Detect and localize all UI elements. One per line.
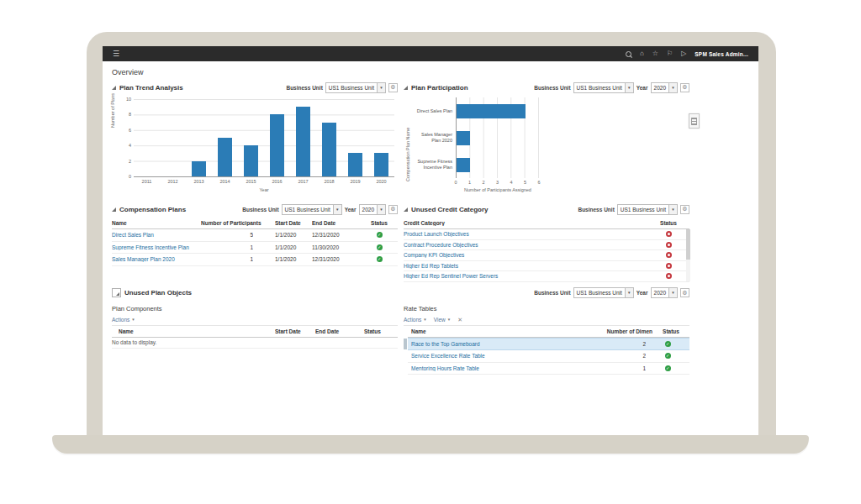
business-unit-label: Business Unit	[286, 85, 322, 91]
y-axis-label: Compensation Plan Name	[405, 128, 410, 181]
credit-category-link[interactable]: Product Launch Objectives	[404, 231, 647, 237]
notifications-icon[interactable]: ▷	[681, 50, 686, 57]
x-tick: 4	[510, 180, 512, 185]
table-row[interactable]: Supreme Fitness Incentive Plan11/1/20201…	[112, 242, 398, 255]
collapse-icon[interactable]	[404, 86, 408, 90]
bar-slot	[368, 99, 394, 176]
business-unit-select[interactable]: US1 Business Unit ▼	[282, 204, 342, 215]
gear-icon[interactable]: ⚙	[388, 83, 398, 92]
bar-2019	[348, 153, 363, 176]
actions-menu[interactable]: Actions▼	[112, 317, 135, 323]
x-tick: 2017	[290, 179, 316, 184]
business-unit-select[interactable]: US1 Business Unit ▼	[617, 204, 678, 215]
credit-category-link[interactable]: Contract Procedure Objectives	[404, 242, 647, 248]
gear-icon[interactable]: ⚙	[388, 205, 398, 214]
collapse-icon[interactable]	[404, 207, 408, 212]
table-row[interactable]: Higher Ed Rep Sentinel Power Servers	[404, 271, 689, 282]
scrollbar[interactable]	[686, 229, 690, 281]
plan-name-link[interactable]: Supreme Fitness Incentive Plan	[112, 244, 201, 250]
y-tick: 4	[129, 143, 131, 148]
business-unit-label: Business Unit	[534, 290, 570, 296]
chevron-down-icon[interactable]: ▼	[668, 288, 677, 297]
chevron-down-icon[interactable]: ▼	[333, 205, 341, 214]
x-axis-ticks: 0123456	[456, 180, 539, 186]
status-active-icon: ✓	[665, 341, 671, 347]
gear-icon[interactable]: ⚙	[680, 288, 689, 297]
table-row[interactable]: Company KPI Objectives	[404, 250, 689, 261]
bar-Supreme Fitness Incentive Plan	[457, 158, 470, 172]
section-title-compensation-plans: Compensation Plans	[119, 206, 186, 213]
table-row[interactable]: Higher Ed Rep Tablets	[404, 261, 689, 272]
bar-slot	[212, 99, 238, 176]
star-icon[interactable]: ☆	[652, 50, 658, 57]
rate-table-link[interactable]: Service Excellence Rate Table	[411, 353, 587, 359]
credit-category-link[interactable]: Company KPI Objectives	[404, 252, 647, 258]
x-tick: 2020	[368, 179, 394, 184]
collapse-icon[interactable]	[112, 207, 116, 212]
table-row[interactable]: Service Excellence Rate Table2✓	[408, 350, 689, 363]
table-header: Name Number of Participants Start Date E…	[112, 218, 398, 229]
panel-expand-handle[interactable]	[689, 113, 700, 129]
collapse-icon[interactable]	[112, 86, 116, 90]
business-unit-select[interactable]: US1 Business Unit ▼	[573, 82, 634, 93]
flag-icon[interactable]: ⚐	[667, 50, 673, 57]
chevron-down-icon[interactable]: ▼	[377, 83, 385, 92]
home-icon[interactable]: ⌂	[640, 50, 644, 57]
business-unit-select[interactable]: US1 Business Unit ▼	[325, 82, 386, 93]
x-tick: 5	[524, 180, 526, 185]
table-row[interactable]: Race to the Top Gameboard2✓	[408, 338, 689, 351]
chevron-down-icon[interactable]: ▼	[625, 83, 633, 92]
rate-table-link[interactable]: Race to the Top Gameboard	[411, 341, 587, 347]
x-tick: 2	[482, 180, 484, 185]
gear-icon[interactable]: ⚙	[680, 83, 689, 92]
user-menu[interactable]: SPM Sales Admin...	[695, 51, 748, 57]
credit-category-link[interactable]: Higher Ed Rep Sentinel Power Servers	[404, 273, 647, 279]
col-status: Status	[647, 220, 689, 226]
table-header: Name Start Date End Date Status	[112, 326, 398, 338]
section-title-plan-participation: Plan Participation	[411, 84, 468, 92]
chevron-down-icon[interactable]: ▼	[668, 205, 677, 214]
category-label: Sales Manager Plan 2020	[412, 132, 456, 143]
year-label: Year	[637, 85, 648, 91]
plan-name-link[interactable]: Sales Manager Plan 2020	[112, 256, 201, 262]
table-row[interactable]: Sales Manager Plan 202011/1/202012/31/20…	[112, 254, 398, 266]
table-row[interactable]: Contract Procedure Objectives	[404, 240, 689, 251]
status-error-icon	[666, 231, 672, 237]
view-menu[interactable]: View▼	[434, 317, 451, 323]
status-active-icon: ✓	[665, 365, 671, 371]
compensation-plans-table: Name Number of Participants Start Date E…	[112, 218, 398, 266]
collapse-icon[interactable]	[112, 288, 121, 297]
chevron-down-icon[interactable]: ▼	[625, 288, 633, 297]
plot-area	[456, 124, 539, 151]
detach-icon[interactable]: ✕	[457, 317, 462, 323]
table-row[interactable]: Mentoring Hours Rate Table1✓	[408, 363, 689, 375]
actions-menu[interactable]: Actions▼	[404, 317, 427, 323]
rate-table-link[interactable]: Mentoring Hours Rate Table	[411, 365, 587, 371]
year-select[interactable]: 2020 ▼	[651, 287, 678, 298]
x-tick: 2014	[212, 179, 238, 184]
plan-name-link[interactable]: Direct Sales Plan	[112, 232, 201, 238]
y-axis-label: Number of Plans	[110, 93, 115, 128]
chevron-down-icon[interactable]: ▼	[377, 205, 385, 214]
search-icon[interactable]	[626, 51, 631, 57]
table-row[interactable]: Product Launch Objectives	[404, 229, 689, 240]
year-select[interactable]: 2020 ▼	[651, 82, 678, 93]
business-unit-label: Business Unit	[242, 207, 278, 213]
table-row[interactable]: Direct Sales Plan51/1/202012/31/2020✓	[112, 229, 398, 242]
business-unit-select[interactable]: US1 Business Unit ▼	[573, 287, 634, 298]
grid-icon	[691, 118, 697, 125]
bar-row: Supreme Fitness Incentive Plan	[412, 151, 539, 178]
hamburger-icon[interactable]: ☰	[113, 50, 119, 58]
col-status: Status	[652, 328, 689, 334]
credit-category-link[interactable]: Higher Ed Rep Tablets	[404, 263, 647, 269]
year-select[interactable]: 2020 ▼	[359, 204, 386, 215]
col-participants: Number of Participants	[201, 220, 275, 226]
chevron-down-icon[interactable]: ▼	[668, 83, 677, 92]
bar-2015	[244, 145, 259, 176]
category-label: Supreme Fitness Incentive Plan	[412, 159, 456, 170]
x-tick: 2015	[238, 179, 264, 184]
plan-components-title: Plan Components	[112, 305, 398, 312]
status-error-icon	[666, 252, 672, 258]
gear-icon[interactable]: ⚙	[680, 205, 689, 214]
table-header: Credit Category Status	[404, 218, 689, 229]
